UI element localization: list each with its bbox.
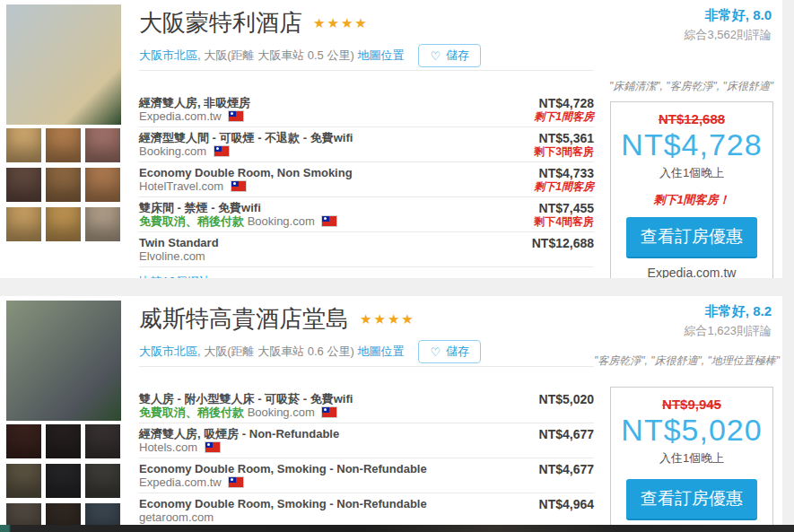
room-offer-row[interactable]: Economy Double Room, Non Smoking HotelTr… <box>139 162 594 197</box>
room-price: NT$12,688 <box>532 236 594 250</box>
star-rating: ★★★★ <box>360 311 415 327</box>
thumbnail-grid <box>6 424 121 532</box>
save-button[interactable]: ♡ 儲存 <box>418 44 481 67</box>
hotel-thumbnail[interactable] <box>46 424 81 458</box>
room-provider-line: Elvoline.com <box>139 249 219 264</box>
rooms-left-label: 剩下1間客房 <box>534 180 594 194</box>
rating-block[interactable]: 非常好, 8.2 綜合1,623則評論 <box>594 303 782 339</box>
room-provider-line: getaroom.com <box>139 510 427 525</box>
hotel-card: 大阪蒙特利酒店 ★★★★ 大阪市北區 , 大阪(距離 大阪車站 0.5 公里) … <box>0 0 782 278</box>
hotel-thumbnail[interactable] <box>6 128 41 162</box>
room-price-column: NT$12,688 <box>523 236 594 250</box>
view-deal-button[interactable]: 查看訂房優惠 <box>626 217 757 258</box>
booking-site-name: Booking.com <box>248 406 315 419</box>
room-price-column: NT$5,361 剩下3間客房 <box>525 131 594 159</box>
room-offer-row[interactable]: Twin Standard Elvoline.com NT$12,688 <box>139 232 594 267</box>
hotel-main-photo[interactable] <box>6 4 121 125</box>
map-location-link[interactable]: 地圖位置 <box>357 344 404 360</box>
rooms-list: 經濟雙人房, 非吸煙房 Expedia.com.tw NT$4,728 剩下1間… <box>139 92 594 267</box>
star-rating: ★★★★ <box>313 15 369 31</box>
rating-score-label: 非常好, 8.0 <box>594 7 772 24</box>
hotel-main-column: 大阪蒙特利酒店 ★★★★ 大阪市北區 , 大阪(距離 大阪車站 0.5 公里) … <box>127 0 594 278</box>
hotel-thumbnail[interactable] <box>85 207 120 241</box>
room-offer-row[interactable]: 雙人房 - 附小型雙人床 - 可吸菸 - 免費wifi 免費取消、稍後付款 Bo… <box>139 388 594 423</box>
taiwan-flag-icon <box>322 216 336 226</box>
booking-site-name: Elvoline.com <box>139 249 205 263</box>
district-link[interactable]: 大阪市北區 <box>139 344 197 360</box>
room-price: NT$4,733 <box>534 166 594 180</box>
hotel-thumbnail[interactable] <box>85 424 120 458</box>
room-name: 經濟型雙人間 - 可吸煙 - 不退款 - 免費wifi <box>139 131 353 144</box>
room-name: 經濟雙人房, 非吸煙房 <box>139 96 250 109</box>
district-link[interactable]: 大阪市北區 <box>139 48 197 64</box>
hotel-header: 大阪蒙特利酒店 ★★★★ 大阪市北區 , 大阪(距離 大阪車站 0.5 公里) … <box>139 0 594 71</box>
room-price: NT$4,728 <box>534 96 594 110</box>
room-offer-row[interactable]: 經濟雙人房, 吸煙房 - Non-Refundable Hotels.com N… <box>139 423 594 458</box>
rooms-left-label: 剩下3間客房 <box>534 145 594 159</box>
room-offer-row[interactable]: 雙床間 - 禁煙 - 免費wifi 免費取消、稍後付款 Booking.com … <box>139 197 594 232</box>
room-offer-row[interactable]: 經濟型雙人間 - 可吸煙 - 不退款 - 免費wifi Booking.com … <box>139 127 594 162</box>
hotel-thumbnail[interactable] <box>46 168 81 202</box>
view-deal-button[interactable]: 查看訂房優惠 <box>626 479 757 520</box>
location-distance-text: , 大阪(距離 大阪車站 0.5 公里) <box>197 48 357 64</box>
room-price: NT$5,020 <box>539 392 594 406</box>
booking-site-name: getaroom.com <box>139 510 214 524</box>
room-price-column: NT$5,020 <box>530 392 594 406</box>
review-count-label: 綜合3,562則評論 <box>594 27 772 43</box>
hotel-location-row: 大阪市北區 , 大阪(距離 大阪車站 0.5 公里) 地圖位置 ♡ 儲存 <box>139 44 594 67</box>
room-name: Twin Standard <box>139 236 219 249</box>
hotel-photos <box>6 301 121 532</box>
booking-site-name: Hotels.com <box>139 440 197 454</box>
hotel-thumbnail[interactable] <box>85 168 120 202</box>
hotel-thumbnail[interactable] <box>6 168 41 202</box>
hotel-photos <box>6 4 121 278</box>
room-price-column: NT$4,733 剩下1間客房 <box>525 166 594 194</box>
location-distance-text: , 大阪(距離 大阪車站 0.6 公里) <box>197 344 357 360</box>
hotel-thumbnail[interactable] <box>46 464 81 498</box>
hotel-thumbnail[interactable] <box>46 128 81 162</box>
hotel-title-row: 威斯特高貴酒店堂島 ★★★★ <box>139 303 594 335</box>
room-price: NT$4,677 <box>539 427 594 441</box>
room-price: NT$5,361 <box>534 131 594 145</box>
room-info: 經濟雙人房, 非吸煙房 Expedia.com.tw <box>139 96 250 124</box>
stay-length-label: 入住1個晚上 <box>611 165 772 181</box>
heart-icon: ♡ <box>430 50 441 62</box>
room-price-column: NT$4,728 剩下1間客房 <box>525 96 594 124</box>
old-price-strikethrough: NT$9,945 <box>611 397 772 412</box>
room-offer-row[interactable]: Economy Double Room, Smoking - Non-Refun… <box>139 458 594 493</box>
review-count-label: 綜合1,623則評論 <box>594 323 772 339</box>
rooms-left-label: 剩下4間客房 <box>534 215 594 229</box>
room-offer-row[interactable]: 經濟雙人房, 非吸煙房 Expedia.com.tw NT$4,728 剩下1間… <box>139 92 594 127</box>
room-price: NT$4,677 <box>539 462 594 476</box>
room-offer-row[interactable]: Economy Double Room, Smoking - Non-Refun… <box>139 493 594 528</box>
hotel-name-link[interactable]: 大阪蒙特利酒店 <box>139 7 302 39</box>
hotel-thumbnail[interactable] <box>85 128 120 162</box>
rooms-list: 雙人房 - 附小型雙人床 - 可吸菸 - 免費wifi 免費取消、稍後付款 Bo… <box>139 388 594 532</box>
hotel-thumbnail[interactable] <box>6 464 41 498</box>
rating-block[interactable]: 非常好, 8.0 綜合3,562則評論 <box>594 7 782 43</box>
hotel-card: 威斯特高貴酒店堂島 ★★★★ 大阪市北區 , 大阪(距離 大阪車站 0.6 公里… <box>0 296 782 532</box>
room-provider-line: HotelTravel.com <box>139 179 353 194</box>
hotel-name-link[interactable]: 威斯特高貴酒店堂島 <box>139 303 349 335</box>
hotel-thumbnail[interactable] <box>85 464 120 498</box>
hotel-thumbnail[interactable] <box>6 207 41 241</box>
guest-quote: "床鋪清潔", "客房乾淨", "床很舒適" <box>594 79 782 94</box>
results-list: 大阪蒙特利酒店 ★★★★ 大阪市北區 , 大阪(距離 大阪車站 0.5 公里) … <box>0 0 794 532</box>
free-cancel-label: 免費取消、稍後付款 <box>139 214 244 228</box>
best-offer-box: NT$12,688 NT$4,728 入住1個晚上 剩下1間客房！ 查看訂房優惠… <box>610 101 773 278</box>
save-button[interactable]: ♡ 儲存 <box>418 340 481 363</box>
hotel-main-photo[interactable] <box>6 301 121 421</box>
room-name: Economy Double Room, Non Smoking <box>139 166 353 179</box>
compare-sites-link[interactable]: 比較10個網站 <box>139 274 210 278</box>
free-cancel-label: 免費取消、稍後付款 <box>139 406 244 419</box>
best-offer-box: NT$9,945 NT$5,020 入住1個晚上 查看訂房優惠 Booking.… <box>610 387 773 532</box>
room-price-column: NT$4,677 <box>530 427 594 441</box>
thumbnail-grid <box>6 128 121 241</box>
old-price-strikethrough: NT$12,688 <box>611 111 772 126</box>
room-provider-line: Booking.com <box>139 144 353 159</box>
save-button-label: 儲存 <box>446 344 469 360</box>
hotel-thumbnail[interactable] <box>46 207 81 241</box>
map-location-link[interactable]: 地圖位置 <box>357 48 404 64</box>
room-provider-line: 免費取消、稍後付款 Booking.com <box>139 214 336 229</box>
hotel-thumbnail[interactable] <box>6 424 41 458</box>
